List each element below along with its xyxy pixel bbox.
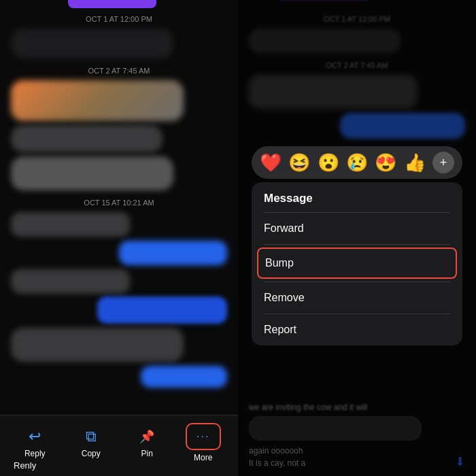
message-bubble — [11, 29, 173, 58]
more-label: More — [194, 453, 212, 462]
message-bubble — [11, 80, 184, 121]
more-button[interactable]: ··· More — [183, 423, 224, 462]
message-bubble — [11, 212, 130, 237]
left-chat-area: OCT 1 AT 12:00 PM OCT 2 AT 7:45 AM OCT 1… — [0, 0, 238, 415]
copy-label: Copy — [82, 449, 101, 458]
left-chat-panel: OCT 1 AT 12:00 PM OCT 2 AT 7:45 AM OCT 1… — [0, 0, 238, 476]
timestamp-1: OCT 1 AT 12:00 PM — [11, 15, 227, 23]
pin-label: Pin — [141, 449, 153, 458]
message-bubble — [11, 328, 184, 362]
renly-label: Renly — [14, 460, 36, 471]
purple-notch-left — [68, 0, 156, 8]
emoji-reaction-bar[interactable]: ❤️ 😆 😮 😢 😍 👍 + — [252, 146, 462, 179]
emoji-laugh[interactable]: 😆 — [288, 152, 310, 173]
remove-menu-item[interactable]: Remove — [252, 282, 462, 313]
timestamp-3: OCT 15 AT 10:21 AM — [11, 199, 227, 207]
more-dots-icon: ··· — [194, 427, 213, 446]
emoji-heart-eyes[interactable]: 😍 — [375, 152, 396, 173]
forward-menu-item[interactable]: Forward — [252, 213, 462, 244]
report-menu-item[interactable]: Report — [252, 314, 462, 345]
timestamp-2: OCT 2 AT 7:45 AM — [11, 67, 227, 75]
emoji-thumbsup[interactable]: 👍 — [404, 152, 426, 173]
copy-icon: ⧉ — [82, 427, 101, 446]
pin-icon: 📌 — [137, 427, 156, 446]
context-menu: Message Forward Bump Remove Report — [252, 182, 462, 345]
pin-button[interactable]: 📌 Pin — [126, 427, 167, 458]
emoji-wow[interactable]: 😮 — [318, 152, 339, 173]
message-bubble — [97, 296, 227, 324]
reply-button[interactable]: ↩ Reply — [14, 427, 55, 458]
message-bubble — [119, 241, 227, 265]
menu-divider — [264, 244, 450, 245]
message-bubble — [11, 269, 130, 294]
copy-button[interactable]: ⧉ Copy — [71, 427, 112, 458]
message-bubble — [11, 156, 173, 190]
emoji-heart[interactable]: ❤️ — [260, 152, 282, 173]
reply-icon: ↩ — [25, 427, 44, 446]
reply-label: Reply — [24, 449, 46, 458]
more-icon-box: ··· — [186, 423, 221, 450]
right-chat-panel: OCT 1 AT 12:00 PM OCT 2 AT 7:45 AM we ar… — [238, 0, 476, 476]
message-bubble — [141, 366, 227, 388]
emoji-sad[interactable]: 😢 — [346, 152, 368, 173]
message-bubble — [11, 125, 163, 152]
context-menu-header: Message — [252, 182, 462, 212]
bump-menu-item[interactable]: Bump — [257, 248, 457, 279]
emoji-more-button[interactable]: + — [432, 152, 454, 173]
